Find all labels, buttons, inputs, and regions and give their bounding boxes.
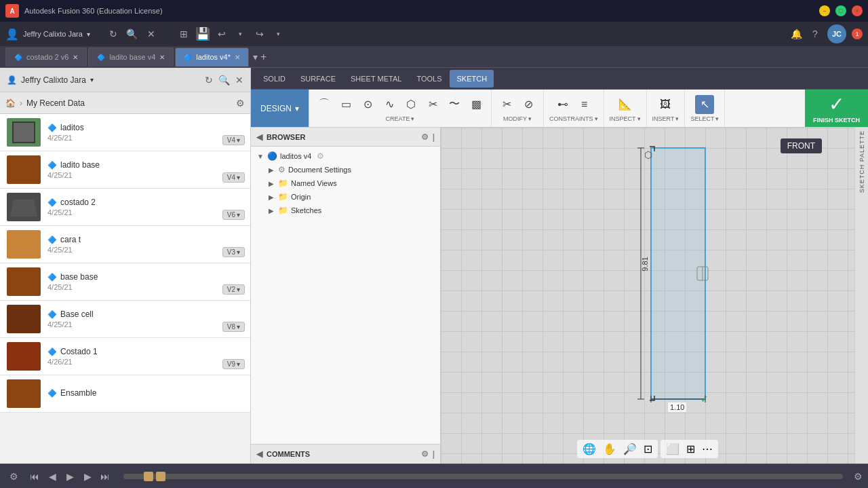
browser-pin-icon[interactable]: |	[433, 132, 435, 142]
create-arc-btn[interactable]: ∿	[380, 95, 399, 114]
create-arrow[interactable]: ▾	[411, 115, 414, 122]
timeline-play-btn[interactable]: ▶	[62, 469, 77, 484]
undo-icon[interactable]: ↩	[215, 27, 229, 41]
file-version-badge[interactable]: V6▾	[222, 210, 245, 220]
tree-views-toggle[interactable]: ▶	[267, 179, 275, 187]
design-button[interactable]: DESIGN ▾	[251, 90, 309, 127]
create-spline-btn[interactable]: 〜	[445, 95, 464, 114]
inspect-measure-btn[interactable]: 📐	[616, 95, 635, 114]
tab-laditobasev4[interactable]: 🔷 ladito base v4 ✕	[88, 48, 174, 67]
inspect-arrow[interactable]: ▾	[637, 115, 641, 122]
timeline-prev-btn[interactable]: ◀	[45, 469, 60, 484]
fit-icon[interactable]: ⊡	[641, 441, 655, 457]
file-item[interactable]: 🔷 base base 4/25/21 V2▾	[0, 263, 250, 301]
file-item[interactable]: 🔷 cara t 4/25/21 V3▾	[0, 226, 250, 263]
insert-arrow[interactable]: ▾	[675, 115, 679, 122]
timeline-settings-icon[interactable]: ⚙	[854, 471, 863, 482]
sidebar-user-section[interactable]: 👤 Jeffry Calixto Jara ▾	[7, 75, 94, 85]
tree-root-settings[interactable]: ⚙	[317, 151, 324, 161]
create-polygon-btn[interactable]: ⬡	[401, 95, 420, 114]
tab-add-button[interactable]: +	[260, 51, 267, 63]
timeline-end-btn[interactable]: ⏭	[98, 469, 113, 484]
file-version-badge[interactable]: V3▾	[222, 247, 245, 257]
grid-options-icon[interactable]: ⋯	[699, 441, 715, 457]
tab-close-laditos[interactable]: ✕	[235, 54, 240, 61]
save-icon[interactable]: 💾	[196, 27, 210, 41]
undo-dropdown-icon[interactable]: ▾	[234, 27, 248, 41]
sidebar-close-icon[interactable]: ✕	[235, 75, 243, 86]
file-version-badge[interactable]: V2▾	[222, 284, 245, 295]
menu-solid[interactable]: SOLID	[256, 70, 292, 88]
status-icon1[interactable]: ⚙	[5, 468, 22, 485]
create-cut-btn[interactable]: ✂	[423, 95, 442, 114]
file-item[interactable]: 🔷 Ensamble	[0, 375, 250, 413]
file-version-badge[interactable]: V8▾	[222, 322, 245, 332]
timeline-bar[interactable]	[123, 474, 843, 479]
file-version-badge[interactable]: V9▾	[222, 359, 245, 369]
modify-arrow[interactable]: ▾	[528, 115, 532, 122]
browser-collapse-arrow[interactable]: ◀	[256, 132, 262, 142]
select-arrow[interactable]: ▾	[715, 115, 719, 122]
display-mode-icon[interactable]: ⬜	[663, 441, 682, 457]
tab-costado2v6[interactable]: 🔷 costado 2 v6 ✕	[5, 48, 87, 67]
tree-sketches-toggle[interactable]: ▶	[267, 206, 275, 214]
finish-sketch-button[interactable]: ✓ FINISH SKETCH	[805, 90, 868, 127]
canvas[interactable]: FRONT	[441, 128, 854, 464]
tree-root[interactable]: ▼ 🔵 laditos v4 ⚙	[251, 149, 440, 163]
comments-settings-icon[interactable]: ⚙	[421, 449, 429, 459]
maximize-button[interactable]: □	[835, 5, 846, 16]
help-icon[interactable]: ?	[808, 27, 822, 41]
file-version-badge[interactable]: V4▾	[222, 172, 245, 183]
tab-laditosv4[interactable]: 🔷 laditos v4* ✕	[175, 48, 249, 67]
orbit-icon[interactable]: 🌐	[580, 441, 599, 457]
close-doc-icon[interactable]: ✕	[144, 27, 158, 41]
timeline-start-btn[interactable]: ⏮	[27, 469, 42, 484]
create-line-btn[interactable]: ⌒	[315, 95, 334, 114]
sidebar-refresh-icon[interactable]: ↻	[205, 75, 213, 86]
tab-close-laditobase[interactable]: ✕	[159, 54, 165, 61]
comments-pin-icon[interactable]: |	[433, 449, 435, 459]
modify-trim-btn[interactable]: ✂	[497, 95, 516, 114]
tab-close-costado[interactable]: ✕	[73, 54, 78, 61]
zoom-icon[interactable]: 🔎	[620, 441, 639, 457]
menu-sketch[interactable]: SKETCH	[450, 70, 494, 88]
timeline-marker1[interactable]	[144, 472, 153, 481]
file-item[interactable]: 🔷 ladito base 4/25/21 V4▾	[0, 151, 250, 189]
close-button[interactable]: ×	[852, 5, 863, 16]
create-circle-btn[interactable]: ⊙	[358, 95, 377, 114]
tree-doc-toggle[interactable]: ▶	[267, 166, 275, 174]
redo-dropdown-icon[interactable]: ▾	[272, 27, 285, 41]
search-icon[interactable]: 🔍	[125, 27, 139, 41]
settings-gear-icon[interactable]: ⚙	[236, 98, 245, 109]
timeline-marker2[interactable]	[156, 472, 165, 481]
sidebar-search-icon[interactable]: 🔍	[218, 75, 230, 86]
menu-sheet-metal[interactable]: SHEET METAL	[344, 70, 408, 88]
redo-icon[interactable]: ↪	[253, 27, 267, 41]
file-item[interactable]: 🔷 Base cell 4/25/21 V8▾	[0, 301, 250, 338]
file-item[interactable]: 🔷 costado 2 4/25/21 V6▾	[0, 189, 250, 226]
sidebar-user-arrow[interactable]: ▾	[90, 76, 94, 83]
create-hatch-btn[interactable]: ▩	[467, 95, 486, 114]
file-item[interactable]: 🔷 laditos 4/25/21 V4▾	[0, 114, 250, 151]
constraints-equal-btn[interactable]: ≡	[575, 95, 594, 114]
grid-icon[interactable]: ⊞	[684, 441, 698, 457]
refresh-icon[interactable]: ↻	[106, 27, 120, 41]
tree-root-toggle[interactable]: ▼	[256, 152, 264, 160]
apps-grid-icon[interactable]: ⊞	[177, 27, 191, 41]
constraints-arrow[interactable]: ▾	[595, 115, 598, 122]
tree-origin-toggle[interactable]: ▶	[267, 193, 275, 201]
tree-doc-settings[interactable]: ▶ ⚙ Document Settings	[251, 163, 440, 176]
timeline-next-btn[interactable]: ▶	[80, 469, 95, 484]
select-btn[interactable]: ↖	[695, 95, 714, 114]
tree-sketches[interactable]: ▶ 📁 Sketches	[251, 204, 440, 217]
comments-collapse-arrow[interactable]: ◀	[256, 449, 262, 459]
file-version-badge[interactable]: V4▾	[222, 135, 245, 145]
modify-offset-btn[interactable]: ⊘	[519, 95, 538, 114]
tree-origin[interactable]: ▶ 📁 Origin	[251, 190, 440, 204]
notification-icon[interactable]: 🔔	[789, 27, 803, 41]
user-section[interactable]: 👤 Jeffry Calixto Jara ▾	[5, 28, 90, 41]
menu-surface[interactable]: SURFACE	[294, 70, 342, 88]
pan-icon[interactable]: ✋	[600, 441, 619, 457]
insert-image-btn[interactable]: 🖼	[656, 95, 675, 114]
menu-tools[interactable]: TOOLS	[410, 70, 448, 88]
